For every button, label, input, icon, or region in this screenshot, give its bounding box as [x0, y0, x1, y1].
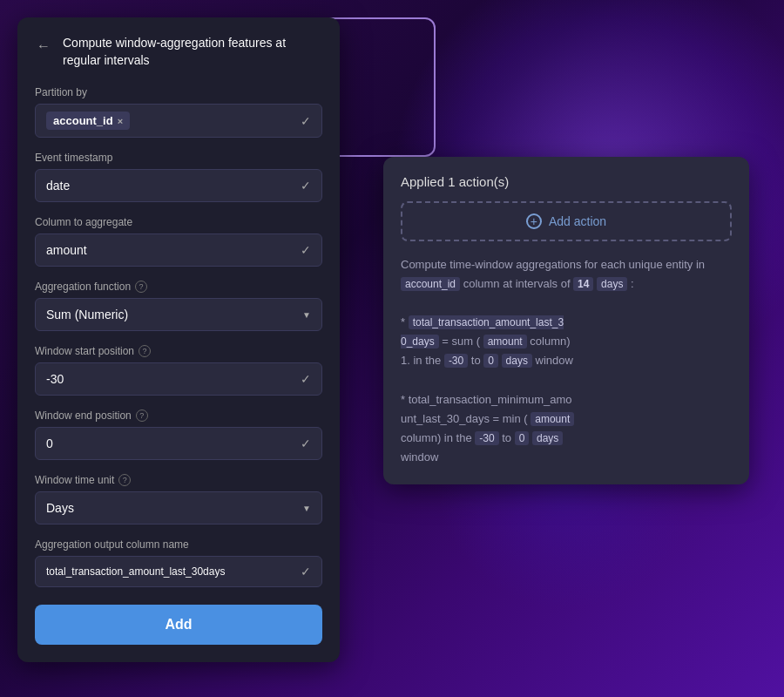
add-action-button[interactable]: + Add action: [401, 201, 732, 241]
window-end-check-icon: ✓: [301, 436, 311, 450]
event-timestamp-label: Event timestamp: [35, 152, 322, 164]
highlight-days-2: days: [502, 354, 532, 368]
column-to-aggregate-value: amount: [46, 243, 87, 257]
panel-header: ← Compute window-aggregation features at…: [35, 35, 322, 69]
window-time-unit-help-icon[interactable]: ?: [118, 474, 131, 486]
aggregation-output-column-name-input[interactable]: total_transaction_amount_last_30days ✓: [35, 556, 322, 587]
highlight-account-id: account_id: [401, 277, 460, 291]
window-time-unit-arrow-icon: ▼: [302, 504, 311, 513]
highlight-amount-1: amount: [483, 335, 527, 348]
window-start-position-label: Window start position ?: [35, 345, 322, 357]
add-action-label: Add action: [549, 214, 606, 228]
aggregation-output-column-name-label: Aggregation output column name: [35, 538, 322, 551]
aggregation-function-group: Aggregation function ? Sum (Numeric) ▼: [35, 281, 322, 331]
column-to-aggregate-label: Column to aggregate: [35, 216, 322, 228]
aggregation-output-check-icon: ✓: [301, 565, 311, 579]
window-time-unit-select[interactable]: Days ▼: [35, 491, 322, 524]
highlight-amount-2: amount: [531, 412, 574, 426]
card-title: Applied 1 action(s): [401, 174, 732, 189]
window-start-help-icon[interactable]: ?: [139, 345, 151, 357]
partition-by-group: Partition by account_id × ✓: [35, 86, 322, 138]
window-end-position-label: Window end position ?: [35, 409, 322, 422]
partition-check-icon: ✓: [301, 114, 311, 128]
event-timestamp-group: Event timestamp date ✓: [35, 152, 322, 202]
highlight-0-1: 0: [483, 354, 498, 368]
column-to-aggregate-group: Column to aggregate amount ✓: [35, 216, 322, 267]
window-time-unit-label: Window time unit ?: [35, 474, 322, 486]
panel-title: Compute window-aggregation features at r…: [63, 35, 322, 69]
window-end-position-value: 0: [46, 436, 53, 450]
aggregation-function-value: Sum (Numeric): [46, 308, 128, 321]
event-timestamp-input[interactable]: date ✓: [35, 169, 322, 202]
right-card: Applied 1 action(s) + Add action Compute…: [383, 157, 749, 484]
aggregation-function-help-icon[interactable]: ?: [135, 281, 147, 293]
aggregation-output-column-name-value: total_transaction_amount_last_30days: [46, 565, 225, 578]
highlight-neg30-1: -30: [444, 354, 468, 368]
account-id-tag: account_id ×: [46, 112, 130, 130]
window-end-help-icon[interactable]: ?: [136, 409, 148, 422]
column-to-aggregate-check-icon: ✓: [301, 243, 311, 257]
plus-circle-icon: +: [526, 213, 542, 229]
partition-by-label: Partition by: [35, 86, 322, 98]
event-timestamp-value: date: [46, 179, 70, 193]
window-time-unit-value: Days: [46, 501, 74, 515]
window-start-position-group: Window start position ? -30 ✓: [35, 345, 322, 396]
column-to-aggregate-input[interactable]: amount ✓: [35, 233, 322, 267]
window-time-unit-group: Window time unit ? Days ▼: [35, 474, 322, 524]
window-end-position-group: Window end position ? 0 ✓: [35, 409, 322, 460]
partition-by-input[interactable]: account_id × ✓: [35, 104, 322, 138]
highlight-0-2: 0: [515, 431, 530, 445]
highlight-14: 14: [573, 277, 593, 291]
left-panel: ← Compute window-aggregation features at…: [17, 17, 340, 662]
window-start-position-input[interactable]: -30 ✓: [35, 362, 322, 396]
aggregation-function-arrow-icon: ▼: [302, 310, 311, 320]
highlight-days-3: days: [532, 431, 563, 445]
description-text: Compute time-window aggregations for eac…: [401, 255, 732, 467]
event-timestamp-check-icon: ✓: [301, 179, 311, 193]
highlight-days-1: days: [597, 277, 627, 291]
tag-close-icon[interactable]: ×: [118, 116, 123, 126]
window-end-position-input[interactable]: 0 ✓: [35, 427, 322, 460]
window-start-check-icon: ✓: [301, 372, 311, 386]
aggregation-function-select[interactable]: Sum (Numeric) ▼: [35, 298, 322, 331]
aggregation-output-column-name-group: Aggregation output column name total_tra…: [35, 538, 322, 587]
tag-value: account_id: [53, 114, 113, 127]
highlight-neg30-2: -30: [475, 431, 498, 445]
back-button[interactable]: ←: [35, 37, 52, 56]
window-start-position-value: -30: [46, 372, 64, 386]
aggregation-function-label: Aggregation function ?: [35, 281, 322, 293]
add-button[interactable]: Add: [35, 605, 322, 645]
highlight-total-tx-amount: total_transaction_amount_last_30_days: [401, 315, 564, 348]
